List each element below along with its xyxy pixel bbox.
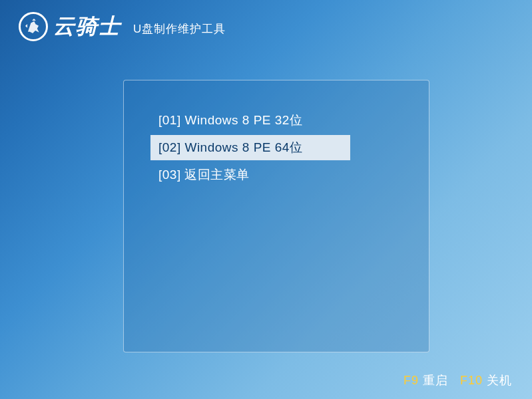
shutdown-label: 关机 [487, 374, 512, 387]
brand-name: 云骑士 [53, 12, 121, 41]
menu-item-win8pe32[interactable]: [01] Windows 8 PE 32位 [150, 108, 350, 133]
knight-icon [23, 17, 43, 37]
footer-hotkeys: F9 重启 F10 关机 [403, 372, 512, 388]
menu-item-win8pe64[interactable]: [02] Windows 8 PE 64位 [150, 135, 350, 160]
header: 云骑士 U盘制作维护工具 [19, 12, 226, 41]
shutdown-key: F10 [460, 374, 483, 387]
app-subtitle: U盘制作维护工具 [133, 21, 226, 37]
restart-label: 重启 [423, 374, 448, 387]
menu-item-return[interactable]: [03] 返回主菜单 [150, 162, 350, 188]
boot-menu: [01] Windows 8 PE 32位 [02] Windows 8 PE … [123, 80, 429, 352]
brand-logo-icon [19, 12, 48, 41]
restart-key: F9 [403, 374, 419, 387]
